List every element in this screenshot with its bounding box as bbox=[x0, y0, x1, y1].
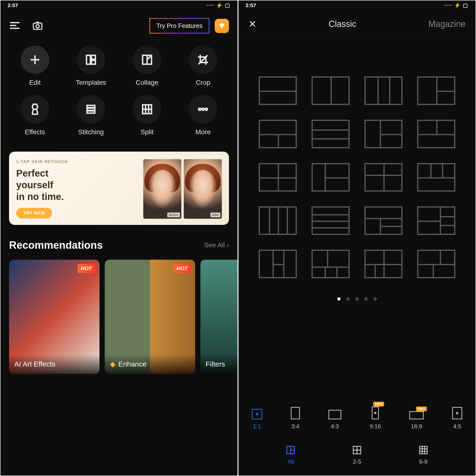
svg-rect-17 bbox=[87, 105, 95, 108]
promo-images: Before After bbox=[143, 159, 222, 219]
layout-option[interactable] bbox=[417, 120, 455, 148]
svg-rect-7 bbox=[87, 55, 90, 64]
svg-point-26 bbox=[205, 108, 207, 110]
layout-option[interactable] bbox=[364, 163, 403, 192]
tool-more[interactable]: More bbox=[177, 95, 229, 136]
try-pro-button[interactable]: Try Pro Features bbox=[150, 18, 209, 34]
page-dot[interactable] bbox=[374, 297, 377, 301]
count-tab-all[interactable]: All bbox=[286, 445, 296, 465]
rec-card-enhance[interactable]: HOT ◆ Enhance bbox=[105, 260, 195, 374]
tab-label: 2-5 bbox=[353, 459, 361, 465]
tool-label: Split bbox=[141, 128, 153, 136]
more-icon bbox=[189, 95, 217, 123]
aspect-ratio-row: 1:13:44:39:16PRO16:9PRO4:5 bbox=[238, 385, 476, 438]
layout-area bbox=[238, 36, 476, 385]
layout-option[interactable] bbox=[417, 206, 455, 235]
layout-option[interactable] bbox=[417, 250, 455, 278]
tool-collage[interactable]: Collage bbox=[121, 46, 173, 86]
collage-icon bbox=[133, 46, 161, 74]
layout-option[interactable] bbox=[259, 76, 297, 105]
tab-magazine[interactable]: Magazine bbox=[428, 19, 465, 29]
page-dot[interactable] bbox=[346, 297, 350, 301]
chevron-right-icon: › bbox=[227, 241, 229, 249]
promo-title: Perfect yourself in no time. bbox=[16, 168, 140, 202]
layout-option[interactable] bbox=[259, 250, 297, 278]
layout-option[interactable] bbox=[259, 163, 297, 192]
tab-classic[interactable]: Classic bbox=[329, 19, 356, 29]
tool-grid: Edit Templates Collage Crop Effects Stit… bbox=[0, 38, 238, 141]
premium-button[interactable] bbox=[215, 19, 229, 33]
count-tab-2-5[interactable]: 2-5 bbox=[352, 445, 362, 465]
tab-label: All bbox=[288, 459, 294, 465]
tool-label: Effects bbox=[25, 128, 45, 136]
hot-badge: HOT bbox=[173, 264, 191, 273]
status-time: 2:57 bbox=[8, 2, 18, 9]
tool-label: Crop bbox=[196, 79, 210, 86]
layout-option[interactable] bbox=[259, 206, 297, 235]
status-bar: 2:57 ···· ⚡ ▢ bbox=[238, 0, 476, 10]
ratio-9-16[interactable]: 9:16PRO bbox=[370, 407, 381, 430]
templates-icon bbox=[77, 46, 105, 74]
ratio-4-3[interactable]: 4:3 bbox=[328, 410, 341, 430]
page-dot[interactable] bbox=[364, 297, 368, 301]
promo-tag: 1-TAP SKIN RETOUCH bbox=[16, 159, 140, 164]
tool-templates[interactable]: Templates bbox=[65, 46, 117, 86]
page-dot[interactable] bbox=[337, 297, 340, 301]
count-tab-6-9[interactable]: 6-9 bbox=[418, 445, 428, 465]
svg-point-24 bbox=[199, 108, 201, 110]
recommendations-row[interactable]: HOT AI Art Effects HOT ◆ Enhance Filters bbox=[0, 255, 238, 374]
status-bar: 2:57 ···· ⚡ ▢ bbox=[0, 0, 238, 10]
layout-option[interactable] bbox=[311, 250, 350, 278]
status-time: 2:57 bbox=[246, 2, 256, 9]
recommendations-header: Recommendations See All › bbox=[0, 225, 238, 255]
ratio-3-4[interactable]: 3:4 bbox=[291, 407, 300, 430]
effects-icon bbox=[21, 95, 49, 123]
tool-split[interactable]: Split bbox=[121, 95, 173, 136]
layout-option[interactable] bbox=[417, 163, 455, 192]
svg-point-25 bbox=[202, 108, 204, 110]
tool-crop[interactable]: Crop bbox=[177, 46, 229, 86]
layout-option[interactable] bbox=[417, 76, 455, 105]
layout-option[interactable] bbox=[311, 120, 350, 148]
menu-icon[interactable] bbox=[9, 20, 20, 32]
promo-cta-button[interactable]: TRY NOW bbox=[16, 208, 52, 219]
layout-option[interactable] bbox=[364, 250, 403, 278]
rec-card-ai-art[interactable]: HOT AI Art Effects bbox=[9, 260, 100, 374]
ratio-4-5[interactable]: 4:5 bbox=[452, 407, 462, 430]
ratio-16-9[interactable]: 16:9PRO bbox=[409, 411, 424, 430]
status-indicators: ···· ⚡ ▢ bbox=[206, 2, 230, 9]
layout-option[interactable] bbox=[364, 76, 403, 105]
layout-option[interactable] bbox=[364, 206, 403, 235]
camera-icon[interactable] bbox=[32, 20, 43, 32]
plus-icon bbox=[21, 46, 49, 74]
ratio-label: 4:5 bbox=[453, 423, 461, 430]
svg-line-15 bbox=[37, 109, 38, 114]
ratio-label: 9:16 bbox=[370, 423, 381, 430]
layout-option[interactable] bbox=[311, 206, 350, 235]
ratio-1-1[interactable]: 1:1 bbox=[252, 409, 262, 430]
tool-effects[interactable]: Effects bbox=[9, 95, 61, 136]
tool-edit[interactable]: Edit bbox=[9, 46, 61, 86]
layout-grid bbox=[259, 76, 455, 278]
layout-option[interactable] bbox=[311, 163, 350, 192]
promo-image-after: After bbox=[184, 159, 222, 219]
svg-rect-9 bbox=[92, 60, 95, 64]
svg-rect-33 bbox=[420, 446, 427, 454]
promo-card[interactable]: 1-TAP SKIN RETOUCH Perfect yourself in n… bbox=[9, 152, 229, 225]
close-icon[interactable]: ✕ bbox=[249, 18, 256, 30]
tool-label: Edit bbox=[29, 79, 41, 86]
tool-stitching[interactable]: Stitching bbox=[65, 95, 117, 136]
layout-option[interactable] bbox=[259, 120, 297, 148]
svg-rect-18 bbox=[87, 108, 95, 110]
try-pro-label: Try Pro Features bbox=[156, 22, 203, 29]
see-all-link[interactable]: See All › bbox=[204, 241, 229, 249]
rec-card-filters[interactable]: Filters bbox=[200, 260, 238, 374]
layout-option[interactable] bbox=[364, 120, 403, 148]
status-indicators: ···· ⚡ ▢ bbox=[444, 2, 468, 9]
layout-option[interactable] bbox=[311, 76, 350, 105]
rec-label: Enhance bbox=[118, 360, 146, 368]
svg-rect-19 bbox=[87, 111, 95, 113]
tool-label: More bbox=[195, 128, 211, 136]
ratio-label: 1:1 bbox=[253, 423, 261, 430]
page-dot[interactable] bbox=[355, 297, 359, 301]
